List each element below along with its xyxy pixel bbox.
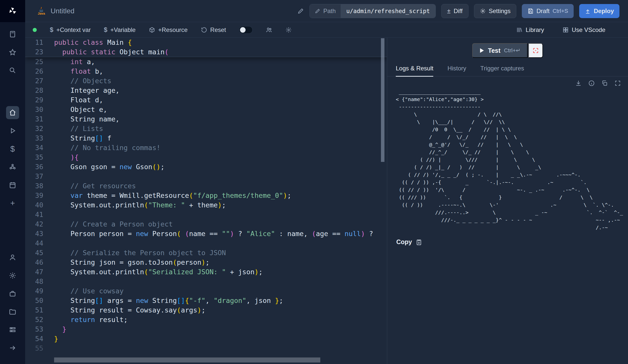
line-number[interactable]: 52 (25, 315, 43, 325)
copy-result-button[interactable]: Copy (387, 238, 628, 246)
line-number[interactable]: 50 (25, 296, 43, 305)
diff-button[interactable]: ± Diff (441, 4, 468, 18)
horizontal-scrollbar[interactable] (54, 357, 320, 362)
line-number[interactable]: 39 (25, 191, 43, 200)
use-vscode-button[interactable]: Use VScode (562, 26, 605, 33)
line-number[interactable]: 37 (25, 172, 43, 181)
line-number[interactable]: 55 (25, 344, 43, 353)
code-editor[interactable]: 11public class Main {23 public static Ob… (25, 38, 387, 364)
sidebar-item-search[interactable] (6, 64, 19, 77)
windmill-logo[interactable] (0, 0, 25, 22)
line-number[interactable]: 28 (25, 86, 43, 95)
draft-button[interactable]: Draft Ctrl+S (522, 4, 574, 18)
download-icon[interactable] (575, 80, 582, 86)
line-number[interactable]: 11 (25, 38, 43, 47)
path-value[interactable]: u/admin/refreshed_script (341, 4, 435, 18)
line-number[interactable]: 34 (25, 143, 43, 153)
code-line[interactable]: 30 Object e, (25, 105, 387, 114)
code-line[interactable]: 38 // Get resources (25, 181, 387, 191)
code-line[interactable]: 48 (25, 277, 387, 286)
code-line[interactable]: 33 String[] f (25, 133, 387, 143)
vertical-scrollbar[interactable] (381, 38, 384, 162)
code-line[interactable]: 37 (25, 172, 387, 181)
code-line[interactable]: 49 // Use cowsay (25, 286, 387, 296)
line-number[interactable]: 54 (25, 334, 43, 344)
sidebar-item-schedules[interactable] (6, 178, 19, 192)
line-number[interactable]: 30 (25, 105, 43, 114)
line-number[interactable]: 42 (25, 219, 43, 229)
library-button[interactable]: Library (516, 26, 544, 33)
line-number[interactable]: 36 (25, 162, 43, 172)
sidebar-item-apps[interactable] (6, 323, 19, 336)
script-title[interactable]: Untitled (51, 7, 74, 15)
tab-trigger-captures[interactable]: Trigger captures (480, 65, 524, 76)
edit-title-icon[interactable] (297, 8, 304, 14)
line-number[interactable]: 47 (25, 267, 43, 277)
sidebar-item-home[interactable] (6, 106, 19, 119)
settings-button[interactable]: Settings (474, 4, 517, 18)
collaborators-button[interactable] (266, 27, 272, 33)
code-line[interactable]: 41 (25, 210, 387, 219)
editor-settings-button[interactable] (285, 27, 292, 33)
code-line[interactable]: 42 // Create a Person object (25, 219, 387, 229)
sidebar-item-calculator[interactable] (6, 28, 19, 41)
line-number[interactable]: 25 (25, 57, 43, 67)
line-number[interactable]: 41 (25, 210, 43, 219)
deploy-button[interactable]: Deploy (579, 4, 619, 18)
sidebar-item-resources[interactable] (6, 160, 19, 173)
line-number[interactable]: 29 (25, 95, 43, 105)
code-line[interactable]: 31 String name, (25, 114, 387, 124)
add-context-var-button[interactable]: $ +Context var (50, 26, 91, 33)
code-line[interactable]: 45 // Serialize the Person object to JSO… (25, 248, 387, 258)
code-line[interactable]: 36 Gson gson = new Gson(); (25, 162, 387, 172)
code-line[interactable]: 40 System.out.println("Theme: " + theme)… (25, 200, 387, 210)
code-line[interactable]: 23 public static Object main( (25, 47, 387, 57)
code-line[interactable]: 39 var theme = Wmill.getResource("f/app_… (25, 191, 387, 200)
code-line[interactable]: 27 // Objects (25, 76, 387, 86)
line-number[interactable]: 49 (25, 286, 43, 296)
path-label[interactable]: Path (310, 4, 341, 18)
code-line[interactable]: 29 Float d, (25, 95, 387, 105)
code-line[interactable]: 50 String[] args = new String[]{"-f", "d… (25, 296, 387, 305)
path-control[interactable]: Path u/admin/refreshed_script (309, 4, 436, 18)
line-number[interactable]: 46 (25, 258, 43, 267)
line-number[interactable]: 48 (25, 277, 43, 286)
reset-button[interactable]: Reset (201, 26, 226, 33)
sidebar-collapse[interactable] (6, 341, 19, 354)
line-number[interactable]: 45 (25, 248, 43, 258)
capture-button[interactable] (528, 43, 543, 58)
line-number[interactable]: 51 (25, 305, 43, 315)
line-number[interactable]: 40 (25, 200, 43, 210)
sidebar-item-add[interactable]: + (6, 197, 19, 210)
line-number[interactable]: 43 (25, 229, 43, 239)
sidebar-item-variables[interactable]: $ (6, 142, 19, 155)
code-line[interactable]: 43 Person person = new Person( (name == … (25, 229, 387, 239)
add-resource-button[interactable]: +Resource (149, 26, 188, 33)
line-number[interactable]: 33 (25, 133, 43, 143)
sidebar-item-workers[interactable] (6, 287, 19, 300)
line-number[interactable]: 32 (25, 124, 43, 133)
line-number[interactable]: 23 (25, 47, 43, 57)
code-line[interactable]: 44 (25, 239, 387, 248)
code-line[interactable]: 34 // No trailing commas! (25, 143, 387, 153)
code-line[interactable]: 32 // Lists (25, 124, 387, 133)
code-line[interactable]: 25 int a, (25, 57, 387, 67)
code-line[interactable]: 51 String result = Cowsay.say(args); (25, 305, 387, 315)
code-line[interactable]: 54} (25, 334, 387, 344)
line-number[interactable]: 38 (25, 181, 43, 191)
copy-json-icon[interactable] (601, 80, 608, 86)
sidebar-item-runs[interactable] (6, 124, 19, 137)
line-number[interactable]: 44 (25, 239, 43, 248)
sidebar-item-favorites[interactable] (6, 46, 19, 59)
sidebar-item-user[interactable] (6, 251, 19, 264)
add-variable-button[interactable]: $ +Variable (104, 26, 136, 33)
info-icon[interactable] (588, 80, 595, 86)
code-line[interactable]: 55 (25, 344, 387, 353)
sidebar-item-folders[interactable] (6, 305, 19, 318)
tab-history[interactable]: History (447, 65, 466, 76)
code-line[interactable]: 26 float b, (25, 67, 387, 76)
line-number[interactable]: 26 (25, 67, 43, 76)
line-number[interactable]: 31 (25, 114, 43, 124)
code-line[interactable]: 11public class Main { (25, 38, 387, 47)
code-line[interactable]: 52 return result; (25, 315, 387, 325)
